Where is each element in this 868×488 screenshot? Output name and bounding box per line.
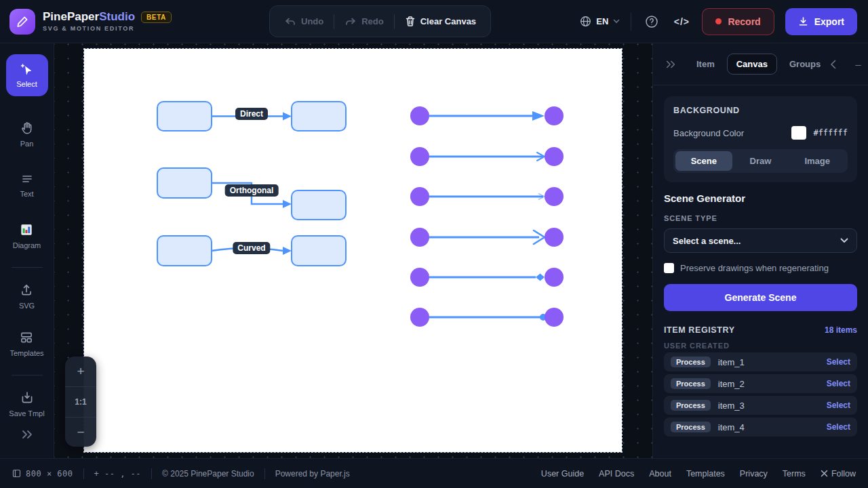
upload-icon [19, 283, 34, 298]
link-about[interactable]: About [649, 469, 671, 479]
link-api-docs[interactable]: API Docs [599, 469, 634, 479]
registry-item-row: Process item_2 Select [664, 374, 857, 393]
circle-node[interactable] [545, 268, 564, 287]
rail-expand-button[interactable] [20, 428, 35, 441]
tool-pan[interactable]: Pan [20, 121, 35, 148]
beta-badge: BETA [141, 12, 172, 23]
clear-canvas-button[interactable]: Clear Canvas [395, 6, 486, 37]
cursor-coordinates: + -- , -- [94, 469, 142, 479]
link-privacy[interactable]: Privacy [740, 469, 768, 479]
zoom-reset-button[interactable]: 1:1 [65, 386, 96, 417]
chevron-down-icon [840, 238, 848, 243]
process-node[interactable] [157, 168, 212, 198]
select-item-link[interactable]: Select [827, 422, 850, 432]
link-follow[interactable]: Follow [821, 469, 856, 479]
zoom-controls: + 1:1 − [65, 357, 96, 447]
drawing-canvas[interactable]: Direct Orthogonal Curved [84, 49, 622, 452]
panel-minimize-button[interactable]: – [855, 58, 861, 70]
tool-label: Save Tmpl [9, 409, 44, 418]
panel-collapse-button[interactable] [664, 59, 677, 70]
properties-panel: Item Canvas Groups – BACKGROUND Backgrou… [652, 43, 868, 458]
circle-node[interactable] [410, 147, 429, 166]
canvas-workspace[interactable]: Direct Orthogonal Curved + 1:1 − [54, 43, 652, 458]
brand-text: PinePaperStudio BETA SVG & MOTION EDITOR [43, 11, 172, 33]
circle-node[interactable] [410, 228, 429, 247]
circle-node[interactable] [545, 187, 564, 206]
language-selector[interactable]: EN [580, 16, 620, 27]
zoom-in-button[interactable]: + [65, 357, 96, 386]
item-type-badge: Process [671, 378, 711, 389]
mode-image[interactable]: Image [789, 151, 846, 171]
panel-tabs: Item Canvas Groups [687, 54, 830, 75]
save-template-icon [20, 390, 35, 405]
tool-diagram[interactable]: Diagram [13, 222, 41, 249]
circle-node[interactable] [410, 187, 429, 206]
process-node[interactable] [157, 236, 212, 266]
background-color-swatch[interactable] [791, 126, 806, 140]
scene-generator-title: Scene Generator [664, 192, 857, 204]
circle-node[interactable] [545, 308, 564, 327]
undo-button[interactable]: Undo [274, 6, 334, 37]
generate-scene-button[interactable]: Generate Scene [664, 284, 857, 311]
canvas-size-value: 800 × 600 [26, 469, 73, 479]
preserve-drawings-checkbox[interactable] [664, 263, 674, 273]
preserve-drawings-row[interactable]: Preserve drawings when regenerating [664, 263, 857, 273]
rail-divider [12, 267, 43, 268]
circle-node[interactable] [545, 147, 564, 166]
link-user-guide[interactable]: User Guide [541, 469, 584, 479]
tab-item[interactable]: Item [687, 54, 724, 75]
tool-text[interactable]: Text [20, 172, 35, 198]
tool-templates[interactable]: Templates [9, 330, 43, 357]
circle-node[interactable] [410, 308, 429, 327]
scene-type-select-value: Select a scene... [673, 236, 741, 246]
edge-label-curved[interactable]: Curved [233, 242, 270, 254]
app-subtitle: SVG & MOTION EDITOR [43, 25, 172, 32]
link-terms[interactable]: Terms [783, 469, 806, 479]
tool-save-template[interactable]: Save Tmpl [9, 390, 44, 418]
mode-scene[interactable]: Scene [675, 151, 732, 171]
app-logo-icon [9, 9, 35, 35]
process-node[interactable] [292, 190, 346, 220]
tool-label: Diagram [13, 241, 41, 249]
tab-canvas[interactable]: Canvas [727, 54, 777, 75]
code-button[interactable]: </> [672, 12, 691, 31]
topbar-right: EN </> Record Export [580, 8, 868, 35]
item-name: item_1 [718, 357, 827, 367]
select-item-link[interactable]: Select [827, 379, 850, 388]
item-registry-group-label: USER CREATED [664, 342, 857, 350]
circle-node[interactable] [410, 106, 429, 125]
select-item-link[interactable]: Select [827, 357, 850, 367]
arrowhead [283, 247, 292, 255]
circle-node[interactable] [410, 268, 429, 287]
powered-by-text: Powered by Paper.js [275, 469, 350, 479]
panel-back-button[interactable] [830, 60, 836, 69]
process-node[interactable] [292, 236, 346, 266]
arrowhead-solid-triangle [532, 111, 545, 121]
select-item-link[interactable]: Select [827, 401, 850, 410]
link-templates[interactable]: Templates [686, 469, 725, 479]
select-cursor-icon [20, 62, 35, 77]
record-button[interactable]: Record [702, 8, 774, 35]
export-button[interactable]: Export [785, 8, 857, 35]
process-node[interactable] [292, 102, 346, 131]
edge-label-direct[interactable]: Direct [235, 108, 268, 120]
tool-label: Text [20, 190, 33, 198]
edge-label-orthogonal[interactable]: Orthogonal [225, 184, 279, 197]
follow-label: Follow [831, 469, 856, 479]
tab-groups[interactable]: Groups [780, 54, 830, 75]
mode-draw[interactable]: Draw [732, 151, 789, 171]
circle-node[interactable] [545, 106, 564, 125]
topbar: PinePaperStudio BETA SVG & MOTION EDITOR… [0, 0, 868, 43]
help-icon [645, 15, 658, 28]
redo-button[interactable]: Redo [334, 6, 394, 37]
help-button[interactable] [642, 12, 661, 31]
circle-node[interactable] [545, 228, 564, 247]
tool-select[interactable]: Select [6, 54, 48, 96]
tool-svg-upload[interactable]: SVG [19, 283, 35, 310]
text-lines-icon [20, 172, 35, 186]
scene-type-select[interactable]: Select a scene... [664, 228, 857, 253]
bar-chart-icon [19, 222, 34, 237]
registry-item-row: Process item_1 Select [664, 352, 857, 371]
process-node[interactable] [157, 102, 212, 131]
zoom-out-button[interactable]: − [65, 417, 96, 447]
